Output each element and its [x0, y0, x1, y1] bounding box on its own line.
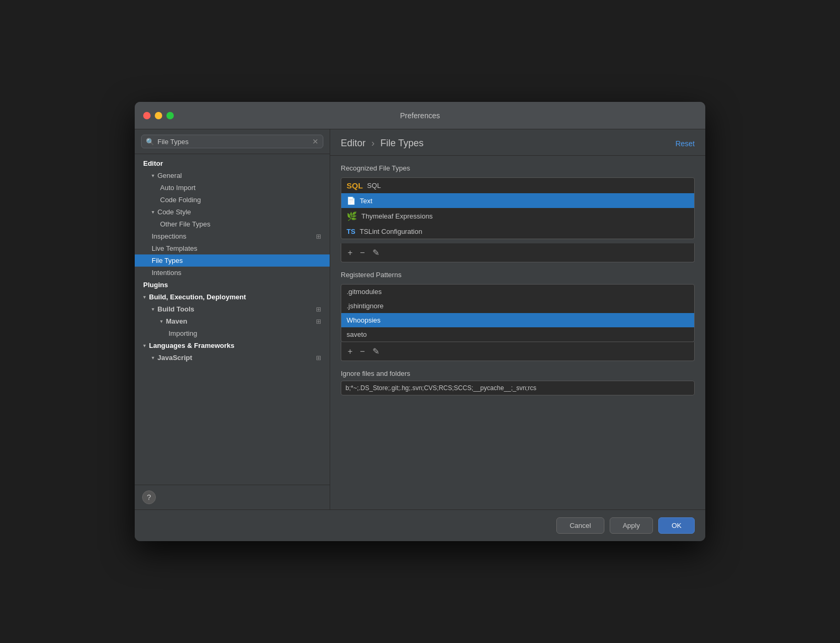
reset-button[interactable]: Reset [675, 139, 695, 148]
maven-label: Maven [166, 317, 187, 325]
file-types-label: File Types [152, 257, 183, 264]
sidebar-tree: Editor ▾ General Auto Import Code Foldin… [135, 154, 330, 485]
search-bar: 🔍 ✕ [135, 129, 330, 154]
content-header: Editor › File Types Reset [330, 129, 705, 156]
saveto-label: saveto [347, 330, 367, 338]
general-arrow: ▾ [152, 173, 154, 178]
general-label: General [157, 172, 182, 179]
tslint-icon: TS [347, 228, 356, 235]
close-button[interactable] [143, 112, 151, 119]
patterns-list: .gitmodules .jshintignore Whoopsies save… [341, 284, 695, 342]
pattern-gitmodules[interactable]: .gitmodules [341, 285, 694, 299]
maven-copy-icon: ⊞ [316, 318, 321, 325]
build-tools-label: Build Tools [157, 305, 194, 313]
sidebar-item-live-templates[interactable]: Live Templates [135, 242, 330, 254]
whoopsies-label: Whoopsies [347, 316, 380, 324]
preferences-window: Preferences 🔍 ✕ Editor ▾ Gener [135, 102, 705, 541]
add-pattern-button[interactable]: + [346, 345, 354, 357]
maximize-button[interactable] [166, 112, 174, 119]
titlebar: Preferences [135, 102, 705, 129]
build-exec-deploy-arrow: ▾ [143, 294, 146, 300]
file-type-text[interactable]: 📄 Text [341, 193, 694, 208]
ok-button[interactable]: OK [658, 517, 695, 534]
file-types-toolbar: + − ✎ [341, 243, 695, 262]
code-folding-label: Code Folding [160, 196, 201, 204]
window-title: Preferences [400, 111, 440, 120]
inspections-label: Inspections [152, 232, 186, 240]
sidebar-item-general[interactable]: ▾ General [135, 169, 330, 182]
search-input[interactable] [157, 138, 309, 146]
sql-icon: SQL [347, 181, 363, 190]
pattern-whoopsies[interactable]: Whoopsies [341, 313, 694, 327]
gitmodules-label: .gitmodules [347, 288, 381, 296]
sidebar-item-importing[interactable]: Importing [135, 327, 330, 339]
tslint-label: TSLint Configuration [360, 228, 423, 235]
cancel-button[interactable]: Cancel [556, 517, 604, 534]
code-style-label: Code Style [157, 208, 191, 216]
search-icon: 🔍 [146, 138, 154, 146]
sidebar-item-languages-frameworks[interactable]: ▾ Languages & Frameworks [135, 339, 330, 352]
sidebar-item-intentions[interactable]: Intentions [135, 267, 330, 279]
sidebar-item-plugins[interactable]: Plugins [135, 279, 330, 291]
patterns-toolbar: + − ✎ [341, 342, 695, 361]
sidebar-item-auto-import[interactable]: Auto Import [135, 182, 330, 194]
sidebar-item-code-style[interactable]: ▾ Code Style [135, 206, 330, 218]
text-icon: 📄 [347, 196, 356, 205]
sidebar: 🔍 ✕ Editor ▾ General Auto Import [135, 129, 330, 509]
file-type-sql[interactable]: SQL SQL [341, 178, 694, 193]
pattern-saveto[interactable]: saveto [341, 327, 694, 342]
sidebar-item-build-tools[interactable]: ▾ Build Tools ⊞ [135, 303, 330, 315]
sidebar-item-other-file-types[interactable]: Other File Types [135, 218, 330, 230]
remove-pattern-button[interactable]: − [358, 345, 367, 357]
breadcrumb-parent: Editor [341, 138, 366, 148]
breadcrumb-current: File Types [380, 138, 424, 148]
sidebar-item-build-exec-deploy[interactable]: ▾ Build, Execution, Deployment [135, 291, 330, 303]
edit-file-type-button[interactable]: ✎ [370, 247, 381, 259]
edit-pattern-button[interactable]: ✎ [370, 345, 381, 357]
file-type-tslint[interactable]: TS TSLint Configuration [341, 224, 694, 239]
apply-button[interactable]: Apply [610, 517, 654, 534]
ignore-section-label: Ignore files and folders [341, 370, 695, 377]
sidebar-item-file-types[interactable]: File Types [135, 254, 330, 267]
thymeleaf-label: Thymeleaf Expressions [361, 212, 433, 220]
build-tools-arrow: ▾ [152, 306, 154, 312]
clear-icon[interactable]: ✕ [312, 137, 319, 146]
jshintignore-label: .jshintignore [347, 302, 384, 310]
sidebar-item-inspections[interactable]: Inspections ⊞ [135, 230, 330, 242]
lang-frameworks-arrow: ▾ [143, 343, 146, 348]
other-file-types-label: Other File Types [160, 220, 210, 228]
ignore-input[interactable] [341, 381, 695, 395]
auto-import-label: Auto Import [160, 184, 195, 192]
maven-arrow: ▾ [160, 318, 163, 324]
sql-label: SQL [367, 182, 381, 190]
breadcrumb-separator: › [371, 138, 375, 148]
search-wrap: 🔍 ✕ [141, 135, 323, 148]
thyme-icon: 🌿 [347, 211, 357, 221]
text-label: Text [360, 197, 372, 205]
help-button[interactable]: ? [142, 490, 156, 504]
file-types-list: SQL SQL 📄 Text 🌿 Thymeleaf Expressions [341, 177, 695, 239]
sidebar-item-editor[interactable]: Editor [135, 157, 330, 169]
sidebar-item-code-folding[interactable]: Code Folding [135, 194, 330, 206]
breadcrumb: Editor › File Types [341, 138, 424, 149]
sidebar-item-maven[interactable]: ▾ Maven ⊞ [135, 315, 330, 327]
javascript-label: JavaScript [157, 354, 192, 362]
sidebar-item-javascript[interactable]: ▾ JavaScript ⊞ [135, 352, 330, 364]
pattern-jshintignore[interactable]: .jshintignore [341, 299, 694, 313]
window-body: 🔍 ✕ Editor ▾ General Auto Import [135, 129, 705, 509]
intentions-label: Intentions [152, 269, 181, 277]
file-type-thymeleaf[interactable]: 🌿 Thymeleaf Expressions [341, 208, 694, 224]
minimize-button[interactable] [155, 112, 162, 119]
build-exec-deploy-label: Build, Execution, Deployment [149, 293, 246, 301]
importing-label: Importing [169, 329, 197, 337]
add-file-type-button[interactable]: + [346, 247, 354, 259]
editor-label: Editor [143, 159, 163, 167]
recognized-section-label: Recognized File Types [341, 164, 695, 172]
sidebar-bottom: ? [135, 485, 330, 509]
remove-file-type-button[interactable]: − [358, 247, 367, 259]
main-content: Editor › File Types Reset Recognized Fil… [330, 129, 705, 509]
javascript-arrow: ▾ [152, 355, 154, 361]
content-body: Recognized File Types SQL SQL 📄 Text 🌿 [330, 156, 705, 509]
plugins-label: Plugins [143, 281, 168, 289]
ignore-section: Ignore files and folders [341, 370, 695, 395]
